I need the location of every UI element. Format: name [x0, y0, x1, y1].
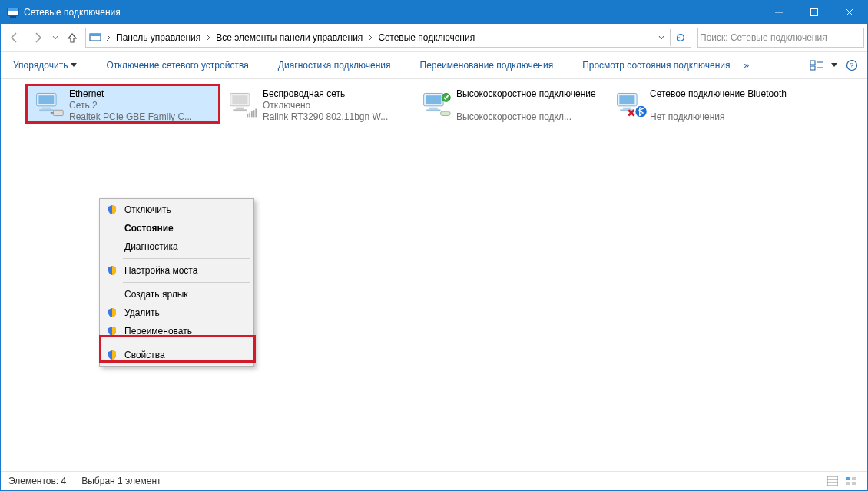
connection-device: Нет подключения [650, 111, 787, 123]
svg-rect-49 [852, 482, 856, 485]
svg-text:?: ? [850, 61, 854, 70]
maximize-button[interactable] [797, 1, 832, 24]
ctx-label: Создать ярлык [124, 289, 188, 300]
large-icons-view-button[interactable] [843, 474, 860, 488]
ctx-label: Удалить [124, 307, 160, 318]
address-dropdown[interactable] [654, 29, 668, 46]
svg-rect-26 [249, 113, 250, 117]
minimize-button[interactable] [761, 1, 797, 24]
svg-rect-29 [255, 108, 257, 117]
rename-cmd[interactable]: Переименование подключения [412, 57, 562, 74]
forward-button[interactable] [27, 27, 48, 48]
svg-rect-1 [8, 8, 18, 11]
ctx-diagnose[interactable]: Диагностика [101, 237, 252, 256]
svg-rect-37 [619, 95, 634, 104]
ctx-properties[interactable]: Свойства [101, 346, 252, 364]
details-view-button[interactable] [824, 474, 841, 488]
breadcrumb-item[interactable]: Все элементы панели управления [212, 28, 366, 47]
svg-rect-27 [251, 111, 253, 117]
ctx-delete[interactable]: Удалить [101, 304, 252, 322]
connection-name: Сетевое подключение Bluetooth [650, 88, 787, 100]
svg-rect-43 [827, 476, 838, 486]
window-title: Сетевые подключения [24, 7, 121, 18]
svg-rect-24 [233, 109, 247, 111]
shield-icon [106, 204, 118, 216]
connection-item-bluetooth[interactable]: Сетевое подключение Bluetooth Нет подклю… [608, 85, 800, 122]
connection-name: Беспроводная сеть [263, 88, 388, 100]
item-count: Элементов: 4 [8, 476, 66, 486]
view-options-button[interactable] [806, 55, 827, 75]
help-button[interactable]: ? [841, 55, 863, 75]
svg-rect-9 [810, 61, 815, 65]
diagnose-cmd[interactable]: Диагностика подключения [270, 57, 399, 74]
breadcrumb-item[interactable]: Сетевые подключения [374, 28, 479, 47]
ctx-status[interactable]: Состояние [101, 219, 252, 237]
connection-device: Ralink RT3290 802.11bgn W... [263, 111, 388, 123]
history-dropdown[interactable] [50, 27, 61, 48]
ctx-label: Отключить [124, 204, 171, 215]
cmd-label: Диагностика подключения [278, 60, 391, 71]
up-button[interactable] [62, 27, 82, 48]
svg-rect-31 [426, 95, 441, 104]
selection-info: Выбран 1 элемент [81, 476, 161, 486]
shield-icon [106, 307, 118, 319]
connection-status: Сеть 2 [69, 100, 192, 111]
connection-device: Высокоскоростное подкл... [456, 111, 596, 123]
refresh-button[interactable] [670, 29, 691, 46]
ctx-separator [123, 258, 250, 259]
organize-menu[interactable]: Упорядочить [5, 57, 84, 74]
command-bar: Упорядочить Отключение сетевого устройст… [1, 52, 867, 79]
ctx-label: Переименовать [124, 326, 192, 337]
breadcrumb-sep-icon [104, 34, 112, 41]
address-bar[interactable]: Панель управления Все элементы панели уп… [85, 28, 691, 48]
connection-device: Realtek PCIe GBE Family C... [69, 111, 192, 123]
status-bar: Элементов: 4 Выбран 1 элемент [1, 471, 867, 490]
ctx-label: Состояние [124, 223, 174, 234]
svg-rect-8 [90, 34, 101, 36]
connection-item-wireless[interactable]: Беспроводная сеть Отключено Ralink RT329… [220, 85, 412, 122]
window-root: Сетевые подключения [0, 0, 868, 491]
cmd-label: Отключение сетевого устройства [106, 60, 248, 71]
connection-name: Высокоскоростное подключение [456, 88, 596, 100]
disable-device-cmd[interactable]: Отключение сетевого устройства [98, 57, 256, 74]
ctx-bridge[interactable]: Настройка моста [101, 261, 252, 280]
svg-rect-32 [429, 108, 438, 110]
ctx-disable[interactable]: Отключить [101, 201, 252, 219]
shield-icon [106, 264, 118, 277]
svg-rect-28 [253, 110, 255, 117]
ctx-shortcut[interactable]: Создать ярлык [101, 285, 252, 304]
connection-item-broadband[interactable]: Высокоскоростное подключение Высокоскоро… [414, 85, 606, 122]
svg-rect-38 [623, 108, 631, 110]
svg-rect-47 [852, 477, 856, 480]
search-input[interactable] [698, 32, 863, 44]
svg-rect-2 [10, 16, 16, 18]
svg-rect-46 [846, 477, 850, 480]
connection-item-ethernet[interactable]: Ethernet Сеть 2 Realtek PCIe GBE Family … [27, 85, 219, 122]
more-commands-button[interactable]: » [744, 60, 750, 71]
bluetooth-icon [610, 88, 650, 121]
connections-list: Ethernet Сеть 2 Realtek PCIe GBE Family … [27, 85, 860, 124]
ctx-rename[interactable]: Переименовать [101, 322, 252, 340]
svg-rect-19 [53, 110, 63, 115]
navbar: Панель управления Все элементы панели уп… [1, 24, 867, 52]
ctx-label: Свойства [124, 350, 165, 360]
search-box[interactable] [697, 28, 864, 48]
back-button[interactable] [4, 27, 25, 48]
svg-rect-25 [247, 114, 248, 118]
close-button[interactable] [832, 1, 867, 24]
connection-status: Отключено [263, 100, 388, 111]
view-status-cmd[interactable]: Просмотр состояния подключения [575, 57, 737, 74]
svg-rect-33 [426, 109, 440, 111]
view-dropdown[interactable] [829, 55, 840, 75]
cmd-label: Переименование подключения [420, 60, 554, 71]
svg-rect-16 [38, 95, 54, 104]
svg-rect-18 [39, 109, 53, 111]
svg-rect-10 [810, 66, 815, 70]
svg-rect-22 [232, 95, 247, 104]
shield-icon [106, 325, 118, 337]
breadcrumb-sep-icon [204, 34, 212, 41]
breadcrumb-item[interactable]: Панель управления [112, 28, 204, 47]
cmd-label: Просмотр состояния подключения [582, 60, 730, 71]
ctx-label: Диагностика [124, 241, 178, 252]
svg-rect-48 [846, 482, 850, 485]
